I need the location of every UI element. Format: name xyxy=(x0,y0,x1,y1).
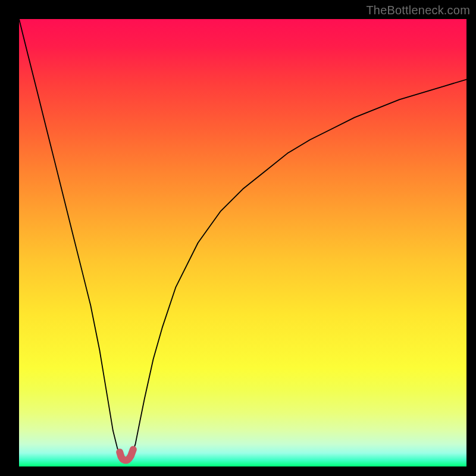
watermark-text: TheBottleneck.com xyxy=(366,4,470,17)
chart-container: TheBottleneck.com xyxy=(0,0,476,476)
optimal-region-marker xyxy=(19,19,466,466)
plot-area xyxy=(19,19,466,466)
